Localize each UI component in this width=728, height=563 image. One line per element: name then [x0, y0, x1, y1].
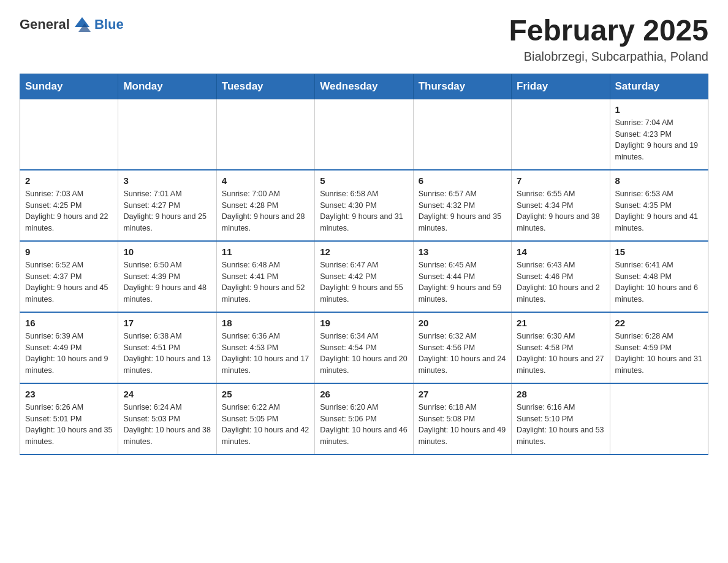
day-number: 20: [419, 318, 506, 328]
day-info: Sunrise: 6:41 AMSunset: 4:48 PMDaylight:…: [615, 259, 703, 305]
day-info: Sunrise: 7:04 AMSunset: 4:23 PMDaylight:…: [615, 117, 703, 163]
day-info: Sunrise: 6:32 AMSunset: 4:56 PMDaylight:…: [419, 331, 506, 377]
logo-blue: Blue: [94, 17, 124, 33]
day-info: Sunrise: 6:58 AMSunset: 4:30 PMDaylight:…: [320, 188, 408, 234]
calendar-cell: 7Sunrise: 6:55 AMSunset: 4:34 PMDaylight…: [512, 170, 610, 241]
calendar-week-row: 9Sunrise: 6:52 AMSunset: 4:37 PMDaylight…: [20, 241, 708, 312]
day-number: 3: [123, 175, 211, 186]
day-number: 21: [517, 318, 604, 328]
calendar-cell: 3Sunrise: 7:01 AMSunset: 4:27 PMDaylight…: [118, 170, 216, 241]
calendar-cell: 4Sunrise: 7:00 AMSunset: 4:28 PMDaylight…: [216, 170, 314, 241]
day-number: 16: [25, 318, 113, 328]
day-number: 27: [419, 389, 506, 399]
day-info: Sunrise: 6:30 AMSunset: 4:58 PMDaylight:…: [517, 331, 604, 377]
day-info: Sunrise: 6:47 AMSunset: 4:42 PMDaylight:…: [320, 259, 408, 305]
calendar-cell: 13Sunrise: 6:45 AMSunset: 4:44 PMDayligh…: [413, 241, 511, 312]
day-info: Sunrise: 6:43 AMSunset: 4:46 PMDaylight:…: [517, 259, 604, 305]
day-info: Sunrise: 6:50 AMSunset: 4:39 PMDaylight:…: [123, 259, 211, 305]
day-number: 10: [123, 247, 211, 257]
calendar-week-row: 23Sunrise: 6:26 AMSunset: 5:01 PMDayligh…: [20, 383, 708, 454]
day-number: 6: [419, 175, 506, 186]
calendar-cell: 16Sunrise: 6:39 AMSunset: 4:49 PMDayligh…: [20, 312, 118, 383]
day-info: Sunrise: 6:57 AMSunset: 4:32 PMDaylight:…: [419, 188, 506, 234]
day-info: Sunrise: 6:24 AMSunset: 5:03 PMDaylight:…: [123, 402, 211, 448]
day-info: Sunrise: 6:26 AMSunset: 5:01 PMDaylight:…: [25, 402, 113, 448]
calendar-week-row: 16Sunrise: 6:39 AMSunset: 4:49 PMDayligh…: [20, 312, 708, 383]
calendar-cell: 11Sunrise: 6:48 AMSunset: 4:41 PMDayligh…: [216, 241, 314, 312]
day-info: Sunrise: 7:03 AMSunset: 4:25 PMDaylight:…: [25, 188, 113, 234]
calendar-cell: [118, 99, 216, 170]
day-info: Sunrise: 6:20 AMSunset: 5:06 PMDaylight:…: [320, 402, 408, 448]
page-header: General Blue February 2025 Bialobrzegi, …: [20, 15, 708, 64]
calendar-cell: 27Sunrise: 6:18 AMSunset: 5:08 PMDayligh…: [413, 383, 511, 454]
calendar-cell: 22Sunrise: 6:28 AMSunset: 4:59 PMDayligh…: [610, 312, 708, 383]
day-info: Sunrise: 6:55 AMSunset: 4:34 PMDaylight:…: [517, 188, 604, 234]
calendar-cell: 14Sunrise: 6:43 AMSunset: 4:46 PMDayligh…: [512, 241, 610, 312]
weekday-header-thursday: Thursday: [413, 74, 511, 99]
day-info: Sunrise: 6:28 AMSunset: 4:59 PMDaylight:…: [615, 331, 703, 377]
weekday-header-saturday: Saturday: [610, 74, 708, 99]
weekday-header-wednesday: Wednesday: [315, 74, 413, 99]
day-info: Sunrise: 6:22 AMSunset: 5:05 PMDaylight:…: [222, 402, 309, 448]
svg-marker-0: [75, 17, 89, 27]
day-number: 1: [615, 104, 703, 115]
weekday-header-row: SundayMondayTuesdayWednesdayThursdayFrid…: [20, 74, 708, 99]
calendar-cell: 17Sunrise: 6:38 AMSunset: 4:51 PMDayligh…: [118, 312, 216, 383]
logo-general: General: [20, 17, 70, 33]
calendar-cell: 5Sunrise: 6:58 AMSunset: 4:30 PMDaylight…: [315, 170, 413, 241]
day-number: 4: [222, 175, 309, 186]
day-info: Sunrise: 6:38 AMSunset: 4:51 PMDaylight:…: [123, 331, 211, 377]
calendar-cell: 2Sunrise: 7:03 AMSunset: 4:25 PMDaylight…: [20, 170, 118, 241]
calendar-cell: 24Sunrise: 6:24 AMSunset: 5:03 PMDayligh…: [118, 383, 216, 454]
logo: General Blue: [20, 15, 124, 34]
day-info: Sunrise: 6:36 AMSunset: 4:53 PMDaylight:…: [222, 331, 309, 377]
calendar-cell: [512, 99, 610, 170]
day-info: Sunrise: 6:52 AMSunset: 4:37 PMDaylight:…: [25, 259, 113, 305]
day-number: 19: [320, 318, 408, 328]
day-number: 28: [517, 389, 604, 399]
weekday-header-monday: Monday: [118, 74, 216, 99]
day-number: 13: [419, 247, 506, 257]
calendar-cell: 12Sunrise: 6:47 AMSunset: 4:42 PMDayligh…: [315, 241, 413, 312]
calendar-cell: 28Sunrise: 6:16 AMSunset: 5:10 PMDayligh…: [512, 383, 610, 454]
calendar-cell: 10Sunrise: 6:50 AMSunset: 4:39 PMDayligh…: [118, 241, 216, 312]
day-number: 7: [517, 175, 604, 186]
calendar-cell: 20Sunrise: 6:32 AMSunset: 4:56 PMDayligh…: [413, 312, 511, 383]
day-info: Sunrise: 7:01 AMSunset: 4:27 PMDaylight:…: [123, 188, 211, 234]
day-number: 18: [222, 318, 309, 328]
day-info: Sunrise: 6:45 AMSunset: 4:44 PMDaylight:…: [419, 259, 506, 305]
calendar-cell: 23Sunrise: 6:26 AMSunset: 5:01 PMDayligh…: [20, 383, 118, 454]
day-number: 5: [320, 175, 408, 186]
calendar-week-row: 1Sunrise: 7:04 AMSunset: 4:23 PMDaylight…: [20, 99, 708, 170]
day-info: Sunrise: 6:48 AMSunset: 4:41 PMDaylight:…: [222, 259, 309, 305]
month-title: February 2025: [509, 15, 708, 47]
day-info: Sunrise: 7:00 AMSunset: 4:28 PMDaylight:…: [222, 188, 309, 234]
calendar-cell: 21Sunrise: 6:30 AMSunset: 4:58 PMDayligh…: [512, 312, 610, 383]
day-info: Sunrise: 6:18 AMSunset: 5:08 PMDaylight:…: [419, 402, 506, 448]
day-info: Sunrise: 6:53 AMSunset: 4:35 PMDaylight:…: [615, 188, 703, 234]
weekday-header-tuesday: Tuesday: [216, 74, 314, 99]
calendar-cell: 26Sunrise: 6:20 AMSunset: 5:06 PMDayligh…: [315, 383, 413, 454]
day-number: 12: [320, 247, 408, 257]
weekday-header-sunday: Sunday: [20, 74, 118, 99]
logo-icon: [72, 15, 92, 34]
day-number: 23: [25, 389, 113, 399]
day-info: Sunrise: 6:16 AMSunset: 5:10 PMDaylight:…: [517, 402, 604, 448]
day-info: Sunrise: 6:34 AMSunset: 4:54 PMDaylight:…: [320, 331, 408, 377]
day-number: 15: [615, 247, 703, 257]
day-number: 25: [222, 389, 309, 399]
day-number: 8: [615, 175, 703, 186]
calendar-cell: [610, 383, 708, 454]
calendar-cell: [315, 99, 413, 170]
day-info: Sunrise: 6:39 AMSunset: 4:49 PMDaylight:…: [25, 331, 113, 377]
location-title: Bialobrzegi, Subcarpathia, Poland: [509, 50, 708, 64]
calendar-cell: 19Sunrise: 6:34 AMSunset: 4:54 PMDayligh…: [315, 312, 413, 383]
day-number: 2: [25, 175, 113, 186]
day-number: 24: [123, 389, 211, 399]
calendar-cell: 18Sunrise: 6:36 AMSunset: 4:53 PMDayligh…: [216, 312, 314, 383]
calendar-cell: 25Sunrise: 6:22 AMSunset: 5:05 PMDayligh…: [216, 383, 314, 454]
calendar-cell: [413, 99, 511, 170]
day-number: 14: [517, 247, 604, 257]
day-number: 11: [222, 247, 309, 257]
calendar-cell: [216, 99, 314, 170]
